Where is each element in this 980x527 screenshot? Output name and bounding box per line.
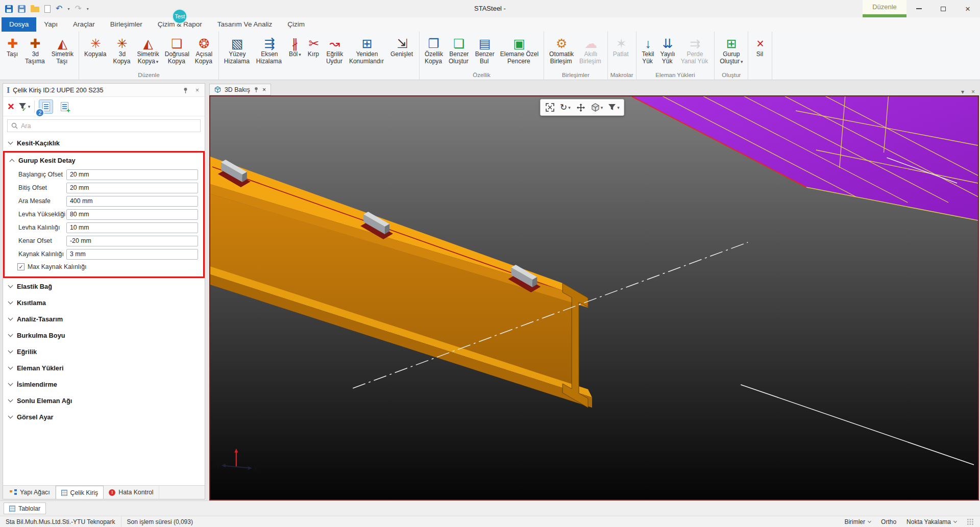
elemane-ozel-pencere-button[interactable]: ▣ Elemane Özel Pencere <box>498 33 541 71</box>
qat-customize-icon[interactable]: ▾ <box>87 7 89 11</box>
3d-viewport[interactable]: Z X Y ↻ ▾ ▾ <box>209 95 979 500</box>
ozellik-kopya-button[interactable]: ❐ Özellik Kopya <box>422 33 446 71</box>
statusbar-right: Birimler Ortho Nokta Yakalama <box>844 518 980 525</box>
new-file-icon[interactable] <box>44 5 51 13</box>
perde-yanal-yuk-button[interactable]: ⇉ Perde Yanal Yük <box>678 33 712 71</box>
otomatik-birlesim-button[interactable]: ⚙ Otomatik Birleşim <box>547 33 576 71</box>
gurup-olustur-button[interactable]: ⊞ Gurup Oluştur▾ <box>717 33 745 71</box>
section-kesit-kacilik[interactable]: Kesit-Kaçıklık <box>3 135 205 151</box>
open-folder-icon[interactable] <box>31 7 39 12</box>
simetrik-kopya-button[interactable]: ◭ Simetrik Kopya▾ <box>134 33 161 71</box>
tab-dosya[interactable]: Dosya <box>2 17 36 32</box>
pin-icon[interactable] <box>181 87 190 93</box>
copy-properties-tool-button[interactable] <box>57 99 71 114</box>
property-list-tool-button[interactable]: 2 <box>39 99 53 114</box>
3d-tasima-button[interactable]: ✚ 3d Taşıma <box>22 33 48 71</box>
undo-icon[interactable]: ↶ <box>56 5 62 13</box>
akilli-birlesim-button[interactable]: ☁ Akıllı Birleşim <box>577 33 605 71</box>
tab-birlesimler[interactable]: Birleşimler <box>103 17 150 32</box>
ara-mesafe-field[interactable] <box>66 196 198 207</box>
pan-button[interactable] <box>573 100 589 115</box>
tab-hata-kontrol[interactable]: ! Hata Kontrol <box>104 486 159 499</box>
filter-button[interactable]: ▾ <box>18 103 31 110</box>
levha-yuksekligi-field[interactable] <box>66 209 198 220</box>
egrilik-uydur-button[interactable]: ↝ Eğrilik Uydur <box>324 33 346 71</box>
delete-selection-button[interactable]: × <box>8 101 14 112</box>
ribbon-group-duzenle: ✳ Kopyala ✳ 3d Kopya ◭ Simetrik Kopya▾ ❏… <box>79 32 219 80</box>
patlat-button[interactable]: ✶ Patlat <box>610 33 632 71</box>
collapsed-section-header[interactable]: Sonlu Eleman Ağı <box>3 392 205 409</box>
collapsed-section-header[interactable]: Analiz-Tasarım <box>3 311 205 327</box>
contextual-tab-duzenle[interactable]: Düzenle <box>863 0 906 14</box>
pane-close-icon[interactable]: × <box>971 88 975 95</box>
eksen-hizalama-button[interactable]: ⇶ Eksen Hizalama <box>254 33 285 71</box>
tasi-button[interactable]: ✚ Taşı <box>4 33 22 71</box>
kopyala-button[interactable]: ✳ Kopyala <box>82 33 110 71</box>
ribbon-button-icon: ❐ <box>428 36 439 51</box>
yayili-yuk-button[interactable]: ⇊ Yayılı Yük <box>658 33 678 71</box>
tekil-yuk-button[interactable]: ↓ Tekil Yük <box>639 33 657 71</box>
tab-3d-bakis[interactable]: 3D Bakış × <box>209 84 271 95</box>
orbit-button[interactable]: ↻ ▾ <box>557 100 573 115</box>
tab-celik-kiris[interactable]: Çelik Kiriş <box>56 486 104 499</box>
panel-close-icon[interactable]: × <box>193 87 201 94</box>
panel-bottom-tabs: Yapı Ağacı Çelik Kiriş ! Hata Kontrol <box>3 485 205 499</box>
section-gurup-kesit-detay[interactable]: Gurup Kesit Detay <box>5 153 203 168</box>
pane-menu-caret-icon[interactable]: ▾ <box>961 88 964 95</box>
redo-icon[interactable]: ↷ <box>75 5 81 13</box>
collapsed-section-header[interactable]: Görsel Ayar <box>3 409 205 425</box>
collapsed-section-header[interactable]: Eğrilik <box>3 343 205 360</box>
nokta-yakalama-dropdown[interactable]: Nokta Yakalama <box>906 518 957 525</box>
display-filter-button[interactable]: ▾ <box>605 100 622 115</box>
bitis-ofset-field[interactable] <box>66 183 198 193</box>
tab-araclar[interactable]: Araçlar <box>65 17 103 32</box>
birimler-dropdown[interactable]: Birimler <box>844 518 871 525</box>
chevron-down-icon <box>8 414 13 419</box>
simetrik-tasi-button[interactable]: ◭ Simetrik Taşı <box>49 33 76 71</box>
pin-icon[interactable] <box>254 87 259 92</box>
tab-cizim[interactable]: Çizim <box>280 17 312 32</box>
zoom-extents-button[interactable] <box>542 100 557 115</box>
levha-kalinligi-field[interactable] <box>66 222 198 233</box>
ribbon-group-modify: ▧ Yüzey Hizalama ⇶ Eksen Hizalama ∦ Böl▾… <box>219 32 420 80</box>
bol-button[interactable]: ∦ Böl▾ <box>286 33 304 71</box>
tab-yapi[interactable]: Yapı <box>36 17 65 32</box>
save-icon[interactable] <box>5 5 13 13</box>
tab-cizim-rapor[interactable]: Çizim & RaporTest <box>150 17 210 32</box>
collapsed-section-header[interactable]: Elastik Bağ <box>3 278 205 294</box>
collapsed-section-header[interactable]: Kısıtlama <box>3 294 205 311</box>
3d-kopya-button[interactable]: ✳ 3d Kopya <box>110 33 134 71</box>
dogrusal-kopya-button[interactable]: ❏ Doğrusal Kopya <box>162 33 192 71</box>
ortho-toggle[interactable]: Ortho <box>881 518 896 525</box>
save-all-icon[interactable] <box>18 5 26 13</box>
max-kaynak-checkbox[interactable] <box>17 263 24 270</box>
resize-grip[interactable] <box>967 518 974 525</box>
tab-tasarim-ve-analiz[interactable]: Tasarım Ve Analiz <box>210 17 280 32</box>
cube-caret-icon: ▾ <box>601 105 603 110</box>
3d-scene[interactable]: Z X Y <box>210 96 978 499</box>
view-cube-button[interactable]: ▾ <box>589 100 606 115</box>
kirp-button[interactable]: ✂ Kırp <box>305 33 323 71</box>
tablolar-button[interactable]: Tablolar <box>4 503 46 514</box>
minimize-button[interactable] <box>906 0 931 17</box>
benzer-bul-button[interactable]: ▤ Benzer Bul <box>473 33 497 71</box>
kaynak-kalinligi-field[interactable] <box>66 249 198 260</box>
tab-close-icon[interactable]: × <box>262 86 266 93</box>
collapsed-section-header[interactable]: Burkulma Boyu <box>3 327 205 343</box>
close-button[interactable]: × <box>955 0 980 17</box>
acisal-kopya-button[interactable]: ❂ Açısal Kopya <box>192 33 216 71</box>
genislet-button[interactable]: ⇲ Genişlet <box>388 33 416 71</box>
benzer-olustur-button[interactable]: ❏ Benzer Oluştur <box>446 33 472 71</box>
kenar-ofset-field[interactable] <box>66 236 198 246</box>
yuzey-hizalama-button[interactable]: ▧ Yüzey Hizalama <box>222 33 253 71</box>
collapsed-section-header[interactable]: Eleman Yükleri <box>3 360 205 376</box>
maximize-button[interactable] <box>931 0 955 17</box>
search-input[interactable] <box>21 122 197 130</box>
collapsed-section-header[interactable]: İsimlendirme <box>3 376 205 392</box>
yeniden-konumlandir-button[interactable]: ⊞ Yeniden Konumlandır <box>347 33 387 71</box>
baslangic-ofset-field[interactable] <box>66 169 198 180</box>
undo-caret-icon[interactable]: ▾ <box>67 7 69 11</box>
tab-yapi-agaci[interactable]: Yapı Ağacı <box>5 486 56 499</box>
tree-icon <box>10 489 17 495</box>
sil-button[interactable]: × Sil <box>751 33 769 71</box>
